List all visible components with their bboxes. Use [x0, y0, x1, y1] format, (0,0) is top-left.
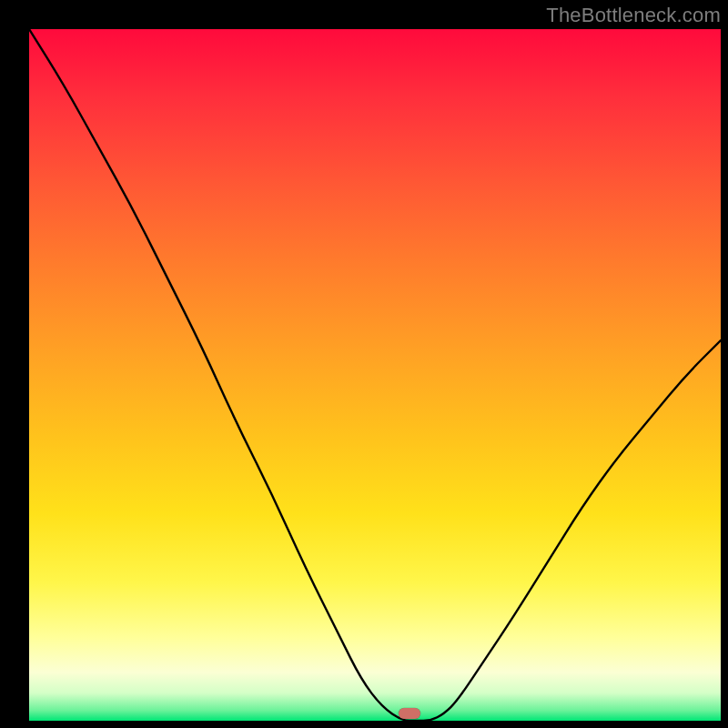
optimal-marker [399, 708, 420, 719]
chart-container: TheBottleneck.com [0, 0, 728, 728]
bottleneck-curve [29, 29, 721, 721]
plot-area [29, 29, 721, 721]
watermark-text: TheBottleneck.com [546, 4, 721, 27]
